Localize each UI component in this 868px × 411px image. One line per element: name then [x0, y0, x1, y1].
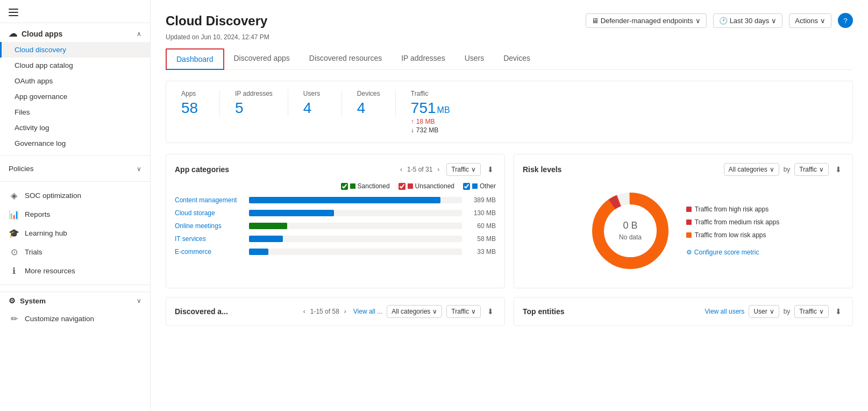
date-chevron: ∨ — [771, 17, 777, 25]
sidebar-item-oauth-apps[interactable]: OAuth apps — [0, 73, 150, 89]
date-button[interactable]: 🕐 Last 30 days ∨ — [713, 13, 783, 28]
policies-section[interactable]: Policies ∨ — [0, 160, 150, 177]
donut-chart-area: 0 B No data Traffic from high risk apps … — [523, 182, 844, 279]
sidebar-item-activity-log[interactable]: Activity log — [0, 120, 150, 136]
app-categories-title: App categories — [175, 165, 229, 174]
sidebar-item-customize[interactable]: ✏ Customize navigation — [0, 309, 150, 328]
users-label: Users — [303, 90, 326, 97]
te-user-dropdown[interactable]: User ∨ — [749, 305, 779, 318]
endpoint-label: Defender-managed endpoints — [601, 17, 693, 25]
svg-text:No data: No data — [619, 233, 642, 241]
low-risk-dot — [686, 232, 692, 238]
header-controls: 🖥 Defender-managed endpoints ∨ 🕐 Last 30… — [586, 13, 853, 28]
da-next-button[interactable]: › — [341, 307, 349, 316]
da-download-button[interactable]: ⬇ — [485, 305, 496, 318]
sidebar-item-files[interactable]: Files — [0, 104, 150, 120]
bar-label-0[interactable]: Content management — [175, 196, 245, 204]
trials-icon: ⊙ — [9, 247, 19, 257]
traffic-dropdown-chevron: ∨ — [471, 166, 476, 173]
te-traffic-chevron: ∨ — [819, 308, 824, 315]
system-label: System — [20, 297, 46, 305]
risk-traffic-chevron: ∨ — [819, 166, 824, 173]
tab-ip-addresses[interactable]: IP addresses — [392, 48, 454, 70]
svg-text:0 B: 0 B — [623, 220, 637, 231]
da-pagination-text: 1-15 of 58 — [310, 308, 339, 315]
next-page-button[interactable]: › — [435, 165, 442, 174]
da-traffic-dropdown[interactable]: Traffic ∨ — [446, 305, 481, 318]
sanctioned-legend: Sanctioned — [341, 182, 390, 190]
title-row: Cloud Discovery 🖥 Defender-managed endpo… — [166, 13, 853, 32]
download-button[interactable]: ⬇ — [485, 163, 496, 176]
customize-icon: ✏ — [9, 314, 19, 324]
sidebar-item-trials[interactable]: ⊙ Trials — [0, 243, 150, 261]
more-resources-icon: ℹ — [9, 266, 19, 276]
actions-label: Actions — [795, 17, 818, 25]
system-section[interactable]: ⚙ System ∨ — [0, 292, 150, 309]
bar-label-2[interactable]: Online meetings — [175, 222, 245, 230]
actions-button[interactable]: Actions ∨ — [789, 13, 831, 28]
reports-icon: 📊 — [9, 209, 19, 219]
unsanctioned-checkbox[interactable] — [399, 183, 405, 190]
other-legend: Other — [463, 182, 496, 190]
da-prev-button[interactable]: ‹ — [301, 307, 308, 316]
date-label: Last 30 days — [730, 17, 770, 25]
sanctioned-checkbox[interactable] — [341, 183, 348, 190]
risk-traffic-dropdown-button[interactable]: Traffic ∨ — [794, 163, 829, 176]
tab-dashboard[interactable]: Dashboard — [166, 48, 224, 70]
bar-row-2: Online meetings 60 MB — [175, 222, 496, 230]
te-traffic-dropdown[interactable]: Traffic ∨ — [794, 305, 829, 318]
risk-traffic-label: Traffic — [799, 166, 817, 173]
traffic-down: ↓ 732 MB — [411, 126, 450, 134]
categories-chevron: ∨ — [770, 166, 774, 173]
cloud-apps-section[interactable]: ☁ Cloud apps ∧ — [0, 23, 150, 42]
hamburger-button[interactable] — [0, 0, 150, 20]
system-chevron: ∨ — [137, 297, 141, 304]
system-icon: ⚙ — [9, 296, 16, 305]
risk-download-button[interactable]: ⬇ — [833, 163, 844, 176]
help-button[interactable]: ? — [838, 13, 853, 28]
app-categories-header: App categories ‹ 1-5 of 31 › Traffic ∨ ⬇ — [175, 163, 496, 176]
down-arrow-icon: ↓ — [411, 126, 414, 134]
bar-segment-2 — [249, 223, 287, 229]
sidebar-item-governance-log[interactable]: Governance log — [0, 136, 150, 151]
bar-label-4[interactable]: E-commerce — [175, 248, 245, 256]
divider-1 — [0, 155, 150, 156]
endpoint-button[interactable]: 🖥 Defender-managed endpoints ∨ — [586, 13, 707, 28]
tab-discovered-resources[interactable]: Discovered resources — [300, 48, 392, 70]
bar-label-3[interactable]: IT services — [175, 235, 245, 243]
tab-users[interactable]: Users — [455, 48, 494, 70]
te-download-button[interactable]: ⬇ — [833, 305, 844, 318]
clock-icon: 🕐 — [719, 17, 728, 25]
traffic-dropdown-label: Traffic — [451, 166, 469, 173]
devices-stat: Devices 4 — [342, 90, 396, 117]
stats-row: Apps 58 IP addresses 5 Users 4 Devices 4… — [166, 81, 853, 143]
bar-label-1[interactable]: Cloud storage — [175, 209, 245, 217]
da-view-all-link[interactable]: View all ... — [353, 308, 382, 315]
te-user-label: User — [753, 308, 767, 315]
sidebar-item-cloud-discovery[interactable]: Cloud discovery — [0, 42, 150, 58]
configure-score-link[interactable]: ⚙ Configure score metric — [686, 249, 779, 256]
app-categories-card: App categories ‹ 1-5 of 31 › Traffic ∨ ⬇ — [166, 154, 505, 288]
da-categories-dropdown[interactable]: All categories ∨ — [387, 305, 442, 318]
divider-3 — [0, 285, 150, 285]
tab-devices[interactable]: Devices — [494, 48, 540, 70]
traffic-up: ↑ 18 MB — [411, 118, 450, 125]
app-categories-controls: ‹ 1-5 of 31 › Traffic ∨ ⬇ — [397, 163, 496, 176]
sidebar-item-app-governance[interactable]: App governance — [0, 89, 150, 104]
bar-row-4: E-commerce 33 MB — [175, 248, 496, 256]
sidebar-item-more-resources[interactable]: ℹ More resources — [0, 261, 150, 280]
prev-page-button[interactable]: ‹ — [397, 165, 405, 174]
sidebar-item-learning-hub[interactable]: 🎓 Learning hub — [0, 224, 150, 243]
tab-discovered-apps[interactable]: Discovered apps — [224, 48, 300, 70]
da-cat-chevron: ∨ — [432, 308, 437, 315]
other-label: Other — [480, 182, 496, 190]
traffic-dropdown-button[interactable]: Traffic ∨ — [446, 163, 481, 176]
other-checkbox[interactable] — [463, 183, 470, 190]
sidebar-item-soc-optimization[interactable]: ◈ SOC optimization — [0, 186, 150, 205]
other-dot — [472, 183, 478, 189]
actions-chevron: ∨ — [820, 17, 826, 25]
sidebar-item-reports[interactable]: 📊 Reports — [0, 205, 150, 224]
categories-dropdown-button[interactable]: All categories ∨ — [724, 163, 779, 176]
sidebar-item-cloud-app-catalog[interactable]: Cloud app catalog — [0, 58, 150, 73]
te-view-all-link[interactable]: View all users — [705, 308, 744, 315]
